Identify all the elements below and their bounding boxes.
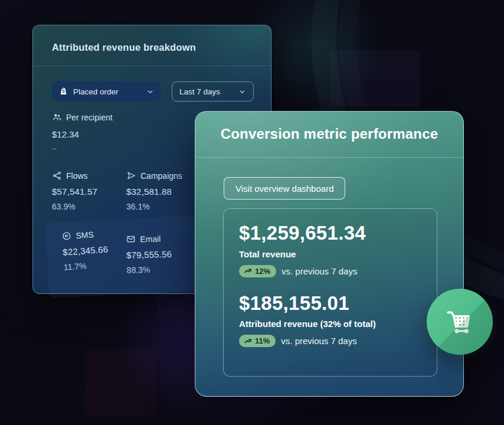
total-revenue-value: $1,259,651.34 [239,223,421,244]
stat-label: SMS [76,230,94,240]
per-recipient-dash: – [52,143,57,153]
attributed-revenue-metric: $185,155.01 Attributed revenue (32% of t… [239,293,421,348]
visit-dashboard-button[interactable]: Visit overview dashboard [224,177,345,200]
per-recipient-header: Per recipient [52,112,113,122]
stat-label: Email [140,234,161,244]
trend-badge-value: 12% [255,267,270,276]
stat-percent: 63.9% [52,202,135,211]
attributed-revenue-value: $185,155.01 [239,293,421,314]
date-range-dropdown[interactable]: Last 7 days [172,81,254,102]
share-nodes-icon [52,171,62,181]
metrics-panel: $1,259,651.34 Total revenue 12% vs. prev… [223,208,437,377]
cart-badge [427,289,493,355]
comparison-text: vs. previous 7 days [281,336,356,346]
comparison-text: vs. previous 7 days [282,266,357,276]
stat-value: $57,541.57 [52,187,135,197]
total-revenue-metric: $1,259,651.34 Total revenue 12% vs. prev… [239,223,421,277]
people-icon [52,112,62,122]
trend-badge-value: 11% [255,336,270,345]
metric-select-dropdown[interactable]: S Placed order [52,81,161,102]
total-revenue-label: Total revenue [239,249,421,259]
card-title: Attributed revenue breakdown [52,42,196,66]
chat-circle-icon [61,231,72,241]
per-recipient-label: Per recipient [66,113,113,122]
trending-up-icon [244,267,252,275]
metric-select-label: Placed order [73,87,142,96]
stat-label: Campaigns [140,171,182,181]
stat-label: Flows [66,171,88,181]
per-recipient-value: $12.34 [52,129,79,139]
attributed-revenue-label: Attributed revenue (32% of total) [239,319,421,329]
divider [33,66,271,66]
shopping-cart-icon [443,305,476,338]
send-icon [126,171,136,181]
trending-up-icon [244,337,252,345]
trend-badge: 12% [239,265,276,277]
stat-flows: Flows $57,541.57 63.9% [52,171,135,211]
marketing-dashboard-composite: Attributed revenue breakdown S Placed or… [0,0,504,425]
trend-badge: 11% [239,335,276,347]
chevron-down-icon [146,88,154,96]
card-title: Conversion metric performance [195,126,463,142]
divider [195,157,463,158]
date-range-label: Last 7 days [179,87,238,96]
shopify-bag-icon: S [59,87,68,96]
envelope-icon [126,234,136,244]
chevron-down-icon [238,88,246,96]
svg-text:S: S [62,89,65,93]
